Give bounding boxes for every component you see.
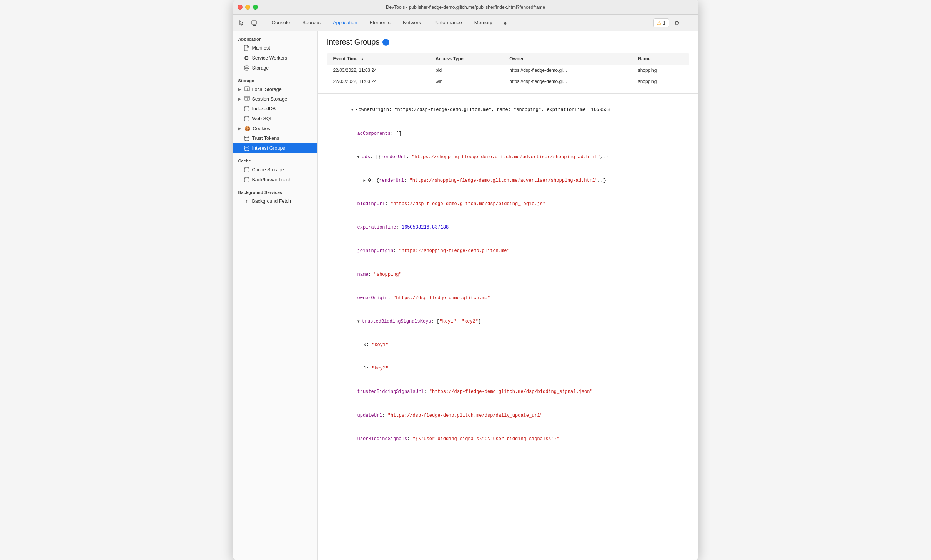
tab-memory[interactable]: Memory: [469, 15, 498, 31]
cookies-label: Cookies: [253, 126, 270, 131]
maximize-button[interactable]: [253, 5, 258, 10]
col-access-type[interactable]: Access Type: [429, 53, 503, 65]
select-tool-button[interactable]: [236, 18, 248, 28]
cell-access-type-0: bid: [429, 65, 503, 76]
session-storage-arrow: ▶: [238, 97, 241, 101]
sidebar-item-trust-tokens[interactable]: Trust Tokens: [233, 133, 317, 143]
background-fetch-icon: ↑: [244, 198, 250, 204]
page-title: Interest Groups: [327, 38, 380, 46]
svg-point-12: [244, 116, 249, 118]
trust-tokens-icon: [244, 135, 250, 141]
cache-storage-label: Cache Storage: [252, 167, 284, 172]
interest-groups-label: Interest Groups: [252, 146, 285, 151]
devtools-window: DevTools - publisher-fledge-demo.glitch.…: [233, 0, 698, 560]
devtools-controls: [236, 18, 263, 28]
sidebar-item-cache-storage[interactable]: Cache Storage: [233, 165, 317, 175]
tab-network[interactable]: Network: [397, 15, 427, 31]
tab-sources[interactable]: Sources: [297, 15, 326, 31]
tab-console[interactable]: Console: [266, 15, 296, 31]
interest-groups-icon: [244, 145, 250, 151]
toolbar-right: ⚠ 1 ⚙ ⋮: [653, 18, 695, 28]
svg-rect-1: [253, 25, 256, 26]
tab-performance[interactable]: Performance: [428, 15, 467, 31]
tab-elements[interactable]: Elements: [364, 15, 396, 31]
local-storage-icon: [244, 86, 250, 92]
cell-name-1: shopping: [632, 76, 689, 87]
svg-point-16: [244, 177, 249, 179]
sidebar-item-interest-groups[interactable]: Interest Groups: [233, 143, 317, 153]
session-storage-label: Session Storage: [252, 96, 288, 102]
svg-rect-0: [252, 21, 256, 24]
tab-application[interactable]: Application: [328, 15, 363, 31]
indexeddb-label: IndexedDB: [252, 106, 276, 111]
minimize-button[interactable]: [245, 5, 250, 10]
sidebar-item-session-storage[interactable]: ▶ Session Storage: [233, 94, 317, 104]
interest-groups-section: Interest Groups i Event Time ▲ Access Ty…: [318, 31, 698, 94]
col-event-time[interactable]: Event Time ▲: [327, 53, 429, 65]
cell-owner-0: https://dsp-fledge-demo.gl…: [503, 65, 632, 76]
json-detail-pane: {ownerOrigin: "https://dsp-fledge-demo.g…: [318, 94, 698, 456]
col-owner[interactable]: Owner: [503, 53, 632, 65]
more-options-button[interactable]: ⋮: [685, 18, 695, 28]
json-line-9: ownerOrigin: "https://dsp-fledge-demo.gl…: [324, 286, 692, 310]
trusted-expand-icon[interactable]: [357, 319, 362, 324]
interest-groups-table: Event Time ▲ Access Type Owner Name: [327, 53, 689, 87]
json-line-1: {ownerOrigin: "https://dsp-fledge-demo.g…: [324, 98, 692, 122]
sort-arrow: ▲: [361, 57, 364, 61]
storage-icon: [244, 65, 250, 71]
cell-name-0: shopping: [632, 65, 689, 76]
sidebar-section-application: Application: [233, 31, 317, 43]
page-title-row: Interest Groups i: [327, 38, 689, 46]
indexeddb-icon: [244, 106, 250, 112]
json-line-8: name: "shopping": [324, 263, 692, 286]
sidebar-item-back-forward-cache[interactable]: Back/forward cach…: [233, 175, 317, 185]
json-line-15: userBiddingSignals: "{\"user_bidding_sig…: [324, 427, 692, 451]
warning-count: 1: [663, 20, 666, 26]
settings-button[interactable]: ⚙: [672, 18, 682, 28]
toolbar: Console Sources Application Elements Net…: [233, 15, 698, 31]
expand-icon[interactable]: [351, 107, 356, 113]
table-row[interactable]: 22/03/2022, 11:03:24 win https://dsp-fle…: [327, 76, 689, 87]
cell-access-type-1: win: [429, 76, 503, 87]
json-line-7: joiningOrigin: "https://shopping-fledge-…: [324, 239, 692, 263]
cache-storage-icon: [244, 167, 250, 173]
warning-badge[interactable]: ⚠ 1: [653, 18, 669, 27]
sidebar: Application Manifest ⚙ Service Workers: [233, 31, 318, 560]
col-name[interactable]: Name: [632, 53, 689, 65]
svg-point-4: [244, 66, 249, 67]
sidebar-item-background-fetch[interactable]: ↑ Background Fetch: [233, 196, 317, 206]
json-line-11: 0: "key1": [324, 333, 692, 357]
json-line-14: updateUrl: "https://dsp-fledge-demo.glit…: [324, 404, 692, 427]
traffic-lights: [238, 5, 258, 10]
table-row[interactable]: 22/03/2022, 11:03:24 bid https://dsp-fle…: [327, 65, 689, 76]
close-button[interactable]: [238, 5, 243, 10]
window-title: DevTools - publisher-fledge-demo.glitch.…: [386, 5, 545, 10]
content-area: Interest Groups i Event Time ▲ Access Ty…: [318, 31, 698, 560]
ads-item-expand-icon[interactable]: [364, 178, 368, 183]
local-storage-label: Local Storage: [252, 87, 282, 92]
json-line-10: trustedBiddingSignalsKeys: ["key1", "key…: [324, 310, 692, 333]
sidebar-item-storage[interactable]: Storage: [233, 63, 317, 73]
back-forward-cache-icon: [244, 177, 250, 183]
json-line-3: ads: [{renderUrl: "https://shopping-fled…: [324, 145, 692, 169]
sidebar-section-background: Background Services: [233, 185, 317, 196]
cookies-icon: 🍪: [244, 126, 251, 131]
sidebar-section-storage: Storage: [233, 73, 317, 84]
svg-point-11: [244, 106, 249, 108]
json-line-5: biddingUrl: "https://dsp-fledge-demo.gli…: [324, 192, 692, 216]
sidebar-item-cookies[interactable]: ▶ 🍪 Cookies: [233, 124, 317, 133]
svg-rect-3: [244, 45, 248, 51]
cell-owner-1: https://dsp-fledge-demo.gl…: [503, 76, 632, 87]
sidebar-item-web-sql[interactable]: Web SQL: [233, 114, 317, 124]
back-forward-cache-label: Back/forward cach…: [252, 177, 296, 182]
ads-expand-icon[interactable]: [357, 154, 362, 160]
sidebar-item-local-storage[interactable]: ▶ Local Storage: [233, 84, 317, 94]
more-tabs-button[interactable]: »: [499, 18, 511, 28]
sidebar-item-indexeddb[interactable]: IndexedDB: [233, 104, 317, 114]
service-workers-label: Service Workers: [252, 55, 287, 61]
sidebar-item-manifest[interactable]: Manifest: [233, 43, 317, 53]
inspect-button[interactable]: [248, 18, 260, 28]
sidebar-item-service-workers[interactable]: ⚙ Service Workers: [233, 53, 317, 63]
json-line-6: expirationTime: 1650538216.837188: [324, 216, 692, 239]
info-icon[interactable]: i: [382, 39, 389, 46]
